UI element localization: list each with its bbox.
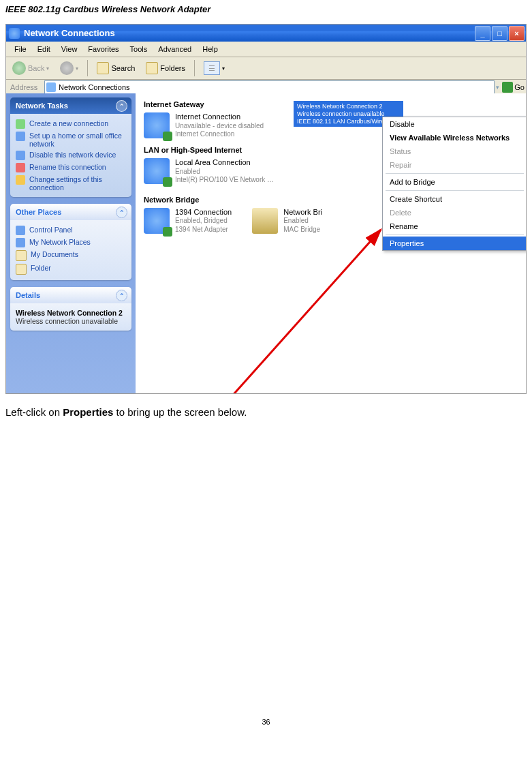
menu-help[interactable]: Help xyxy=(198,44,222,55)
address-field[interactable]: Network Connections xyxy=(44,80,495,94)
other-label: Folder xyxy=(31,264,51,272)
panel-network-tasks: Network Tasks ⌃ Create a new connection … xyxy=(10,97,131,197)
ctx-disable[interactable]: Disable xyxy=(383,117,527,131)
folders-icon xyxy=(146,62,158,74)
conn-1394[interactable]: 1394 Connection Enabled, Bridged 1394 Ne… xyxy=(144,208,232,234)
chevron-icon: ⌃ xyxy=(116,290,127,301)
back-button[interactable]: Back ▾ xyxy=(7,59,54,77)
context-menu: Disable View Available Wireless Networks… xyxy=(382,117,527,251)
instr-bold: Properties xyxy=(63,406,113,418)
toolbar: Back ▾ ▾ Search Folders ☰ ▾ xyxy=(6,57,526,80)
bridge-icon xyxy=(252,208,278,234)
lan-icon xyxy=(144,158,170,184)
back-arrow-icon xyxy=(12,61,26,75)
ctx-separator xyxy=(386,173,524,174)
conn-name: 1394 Connection xyxy=(175,208,232,217)
other-label: My Network Places xyxy=(29,238,91,246)
task-create-connection[interactable]: Create a new connection xyxy=(16,118,126,130)
menu-view[interactable]: View xyxy=(57,44,82,55)
back-label: Back xyxy=(28,64,44,72)
ctx-separator xyxy=(386,234,524,235)
network-tasks-title: Network Tasks xyxy=(16,102,68,110)
chevron-icon: ⌃ xyxy=(116,207,127,218)
task-change-settings[interactable]: Change settings of this connection xyxy=(16,174,126,193)
details-name: Wireless Network Connection 2 xyxy=(16,309,123,317)
panel-head-other-places[interactable]: Other Places ⌃ xyxy=(10,204,131,220)
conn-line: MAC Bridge xyxy=(283,226,322,234)
conn-name: Internet Connection xyxy=(175,112,264,122)
task-label: Set up a home or small office network xyxy=(29,132,126,148)
ctx-properties[interactable]: Properties xyxy=(383,237,527,250)
task-label: Change settings of this connection xyxy=(29,175,126,192)
panel-head-network-tasks[interactable]: Network Tasks ⌃ xyxy=(10,97,131,114)
task-disable-device[interactable]: Disable this network device xyxy=(16,149,126,162)
search-button[interactable]: Search xyxy=(92,60,140,76)
conn-network-bridge[interactable]: Network Bri Enabled MAC Bridge xyxy=(252,208,322,234)
documents-icon xyxy=(16,250,27,261)
titlebar-text: Network Connections xyxy=(24,28,115,38)
ctx-rename[interactable]: Rename xyxy=(383,219,527,233)
ctx-status: Status xyxy=(383,145,527,158)
details-status: Wireless connection unavailable xyxy=(16,317,118,325)
go-label[interactable]: Go xyxy=(514,83,525,91)
other-folder[interactable]: Folder xyxy=(16,262,126,276)
task-rename-connection[interactable]: Rename this connection xyxy=(16,162,126,174)
menu-advanced[interactable]: Advanced xyxy=(154,44,195,55)
minimize-button[interactable]: _ xyxy=(475,26,490,41)
views-icon: ☰ xyxy=(204,61,220,75)
go-icon[interactable] xyxy=(502,82,513,93)
ctx-view-wireless[interactable]: View Available Wireless Networks xyxy=(383,131,527,145)
conn-line: Enabled, Bridged xyxy=(175,217,232,226)
menu-favorites[interactable]: Favorites xyxy=(84,44,123,55)
views-button[interactable]: ☰ ▾ xyxy=(199,59,230,77)
ctx-create-shortcut[interactable]: Create Shortcut xyxy=(383,192,527,206)
other-control-panel[interactable]: Control Panel xyxy=(16,224,126,237)
other-network-places[interactable]: My Network Places xyxy=(16,237,126,249)
titlebar: Network Connections _ □ × xyxy=(6,25,526,42)
other-my-documents[interactable]: My Documents xyxy=(16,249,126,262)
sel-conn-name: Wireless Network Connection 2 xyxy=(297,103,400,110)
instr-suffix: to bring up the screen below. xyxy=(113,406,247,418)
task-label: Create a new connection xyxy=(29,119,108,127)
menu-tools[interactable]: Tools xyxy=(126,44,152,55)
window-controls: _ □ × xyxy=(475,26,525,41)
address-label: Address xyxy=(7,83,44,91)
other-places-title: Other Places xyxy=(16,208,61,216)
folders-label: Folders xyxy=(160,64,185,72)
nic-icon xyxy=(16,151,25,160)
ctx-add-to-bridge[interactable]: Add to Bridge xyxy=(383,175,527,189)
other-label: Control Panel xyxy=(29,226,73,234)
task-setup-network[interactable]: Set up a home or small office network xyxy=(16,130,126,149)
wizard-icon xyxy=(16,119,25,129)
folder-icon xyxy=(16,264,27,275)
address-icon xyxy=(46,82,56,92)
ctx-delete: Delete xyxy=(383,206,527,219)
search-icon xyxy=(97,62,109,74)
rename-icon xyxy=(16,163,25,172)
chevron-icon: ⌃ xyxy=(116,100,127,112)
task-label: Rename this connection xyxy=(29,163,106,171)
forward-arrow-icon xyxy=(60,61,74,75)
panel-head-details[interactable]: Details ⌃ xyxy=(10,287,131,303)
close-button[interactable]: × xyxy=(509,26,525,41)
settings-icon xyxy=(16,175,25,185)
menu-edit[interactable]: Edit xyxy=(33,44,54,55)
gateway-icon xyxy=(144,112,170,138)
search-label: Search xyxy=(111,64,135,72)
maximize-button[interactable]: □ xyxy=(492,26,507,41)
details-title: Details xyxy=(16,291,40,299)
ctx-separator xyxy=(386,190,524,191)
forward-button[interactable]: ▾ xyxy=(55,59,83,77)
folders-button[interactable]: Folders xyxy=(141,60,190,76)
ctx-repair: Repair xyxy=(383,158,527,172)
conn-local-area[interactable]: Local Area Connection Enabled Intel(R) P… xyxy=(144,158,274,185)
instruction-text: Left-click on Properties to bring up the… xyxy=(5,406,527,418)
panel-other-places: Other Places ⌃ Control Panel My Network … xyxy=(10,204,131,280)
conn-name: Network Bri xyxy=(283,208,322,217)
menu-file[interactable]: File xyxy=(10,44,31,55)
1394-icon xyxy=(144,208,170,234)
network-places-icon xyxy=(16,238,25,247)
conn-line: Enabled xyxy=(175,168,274,177)
sidebar: Network Tasks ⌃ Create a new connection … xyxy=(6,93,136,393)
app-icon xyxy=(9,28,20,39)
